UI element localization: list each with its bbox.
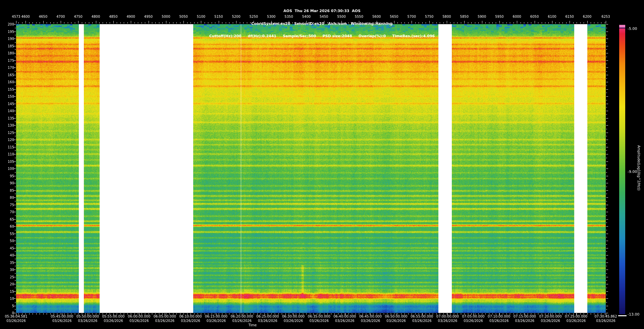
frequency-axis-label: 165 bbox=[8, 73, 14, 77]
frequency-axis-label: 120 bbox=[8, 138, 14, 142]
frequency-axis-label: 65 bbox=[10, 217, 14, 221]
date-label: 03/26/2026 bbox=[52, 319, 72, 323]
frequency-axis-label: 70 bbox=[10, 210, 14, 214]
header-params-line2: Cuttoff(Hz):200 df(Hz):0.2441 Sample/Sec… bbox=[0, 34, 644, 39]
frequency-axis-label: 10 bbox=[10, 297, 14, 300]
frequency-axis-label: 35 bbox=[10, 261, 14, 264]
date-label: 03/26/2026 bbox=[155, 319, 175, 323]
time-axis-label: 05:55:00.000 bbox=[102, 315, 124, 318]
frequency-axis-label: 180 bbox=[8, 51, 14, 55]
date-label: 03/26/2026 bbox=[596, 319, 615, 323]
frequency-axis-label: 30 bbox=[10, 268, 14, 272]
colorbar-axis-title: Amplitude(Log10(g^2/Hz)) bbox=[637, 145, 641, 191]
date-label: 03/26/2026 bbox=[78, 319, 98, 323]
time-axis-label: 07:10:00.000 bbox=[488, 315, 510, 318]
time-axis-label: 06:50:00.000 bbox=[385, 315, 408, 318]
time-axis-label: 06:20:00.000 bbox=[231, 315, 253, 318]
frequency-axis-label: 130 bbox=[8, 124, 14, 127]
frequency-axis-label: 75 bbox=[10, 203, 14, 206]
frequency-axis-label: 105 bbox=[8, 159, 14, 163]
time-axis-title: Time bbox=[249, 323, 257, 327]
frequency-axis-label: 25 bbox=[10, 275, 14, 279]
time-axis-label: 06:45:00.000 bbox=[359, 315, 382, 318]
date-label: 03/26/2026 bbox=[309, 319, 329, 323]
header-block: AOS Thu 26 Mar 2026 07:30:33 AOS CoordSy… bbox=[0, 1, 644, 47]
date-label: 03/26/2026 bbox=[129, 319, 149, 323]
time-axis-label: 07:15:00.000 bbox=[514, 315, 536, 318]
date-label: 03/26/2026 bbox=[181, 319, 200, 323]
date-label: 03/26/2026 bbox=[515, 319, 535, 323]
header-params-line1: CoordSystem:es20 SensorID:es20 Axis:sum … bbox=[0, 22, 644, 26]
date-label: 03/26/2026 bbox=[567, 319, 586, 323]
time-axis-label: 07:30:45.862 bbox=[594, 315, 617, 318]
frequency-axis-label: 20 bbox=[10, 282, 14, 286]
date-label: 03/26/2026 bbox=[464, 319, 483, 323]
date-label: 03/26/2026 bbox=[489, 319, 509, 323]
time-axis-label: 07:00:00.000 bbox=[436, 315, 459, 318]
frequency-axis-label: 175 bbox=[8, 58, 14, 62]
time-axis-label: 06:55:00.000 bbox=[411, 315, 433, 318]
frequency-axis-label: 125 bbox=[8, 131, 14, 134]
time-axis-label: 05:45:00.000 bbox=[51, 315, 73, 318]
frequency-axis-label: 140 bbox=[8, 109, 14, 113]
frequency-axis-label: 150 bbox=[8, 95, 14, 98]
date-label: 03/26/2026 bbox=[104, 319, 123, 323]
frequency-axis-label: 15 bbox=[10, 289, 14, 293]
colorbar-tick-label: -13.00 bbox=[628, 312, 639, 317]
date-label: 03/26/2026 bbox=[361, 319, 380, 323]
time-axis-label: 06:00:00.000 bbox=[128, 315, 150, 318]
frequency-axis-label: 160 bbox=[8, 80, 14, 84]
frequency-axis-label: 50 bbox=[10, 239, 14, 243]
frequency-axis-label: 100 bbox=[8, 167, 14, 171]
time-axis-label: 06:05:00.000 bbox=[154, 315, 176, 318]
frequency-axis-label: 135 bbox=[8, 116, 14, 120]
date-label: 03/26/2026 bbox=[6, 319, 26, 323]
spectrogram-canvas bbox=[0, 0, 644, 329]
colorbar-tick-label: -9.00 bbox=[628, 169, 637, 174]
date-label: 03/26/2026 bbox=[438, 319, 458, 323]
frequency-axis-label: 40 bbox=[10, 253, 14, 257]
frequency-axis-label: 85 bbox=[10, 188, 14, 192]
frequency-axis-label: 5 bbox=[12, 304, 14, 308]
date-label: 03/26/2026 bbox=[541, 319, 560, 323]
time-axis-label: 06:40:00.000 bbox=[333, 315, 356, 318]
date-label: 03/26/2026 bbox=[386, 319, 406, 323]
time-axis-label: 05:50:00.000 bbox=[76, 315, 99, 318]
time-axis-label: 06:15:00.000 bbox=[205, 315, 227, 318]
header-title: AOS Thu 26 Mar 2026 07:30:33 AOS bbox=[0, 9, 644, 13]
frequency-axis-label: 55 bbox=[10, 232, 14, 235]
frequency-axis-label: 110 bbox=[8, 152, 14, 156]
time-axis-label: 06:10:00.000 bbox=[179, 315, 202, 318]
frequency-axis-label: 155 bbox=[8, 87, 14, 91]
time-axis-label: 07:20:00.000 bbox=[539, 315, 561, 318]
date-label: 03/26/2026 bbox=[258, 319, 277, 323]
frequency-axis-label: 145 bbox=[8, 102, 14, 105]
frequency-axis-label: 80 bbox=[10, 196, 14, 199]
time-axis-label: 07:25:00.000 bbox=[565, 315, 587, 318]
time-axis-label: 06:35:00.000 bbox=[308, 315, 330, 318]
frequency-axis-label: 0 bbox=[12, 311, 14, 315]
spectrogram-window: AOS Thu 26 Mar 2026 07:30:33 AOS CoordSy… bbox=[0, 0, 644, 329]
time-axis-label: 05:36:04.581 bbox=[5, 315, 27, 318]
frequency-axis-label: 60 bbox=[10, 225, 14, 228]
date-label: 03/26/2026 bbox=[412, 319, 432, 323]
frequency-axis-label: 95 bbox=[10, 174, 14, 178]
frequency-axis-label: 115 bbox=[8, 145, 14, 149]
date-label: 03/26/2026 bbox=[207, 319, 226, 323]
date-label: 03/26/2026 bbox=[335, 319, 355, 323]
time-axis-label: 06:30:00.000 bbox=[282, 315, 305, 318]
frequency-axis-label: 45 bbox=[10, 246, 14, 250]
date-label: 03/26/2026 bbox=[284, 319, 303, 323]
time-axis-label: 06:25:00.000 bbox=[256, 315, 279, 318]
time-axis-label: 07:05:00.000 bbox=[462, 315, 484, 318]
frequency-axis-label: 170 bbox=[8, 66, 14, 69]
date-label: 03/26/2026 bbox=[232, 319, 252, 323]
frequency-axis-label: 90 bbox=[10, 181, 14, 185]
